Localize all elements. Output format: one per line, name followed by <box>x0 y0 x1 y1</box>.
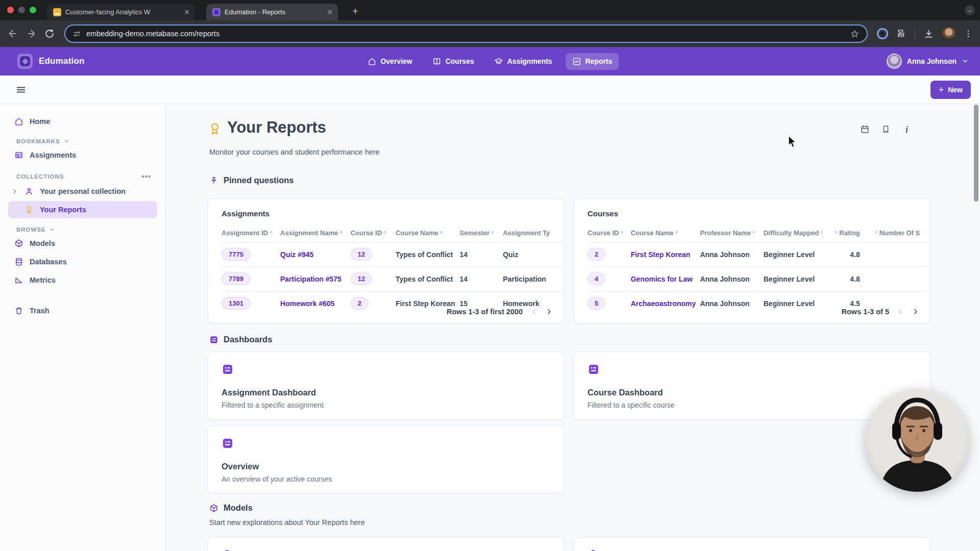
new-tab-button[interactable]: + <box>352 5 358 17</box>
next-page-icon[interactable] <box>912 308 920 316</box>
cube-icon <box>587 549 599 551</box>
medal-icon <box>208 121 222 136</box>
browser-menu-kebab-icon[interactable] <box>964 29 973 38</box>
user-menu[interactable]: Anna Johnson <box>887 54 969 69</box>
reload-icon[interactable] <box>44 28 55 39</box>
bookmark-icon[interactable] <box>881 124 891 134</box>
window-controls <box>7 7 36 13</box>
col-course-id[interactable]: Course ID^ <box>351 225 396 242</box>
models-subtitle: Start new explorations about Your Report… <box>209 518 365 527</box>
edumation-logo[interactable] <box>17 54 33 69</box>
col-assignment-type[interactable]: Assignment Ty <box>503 225 564 242</box>
sidebar-item-personal-collection[interactable]: Your personal collection <box>8 183 157 200</box>
id-pill[interactable]: 2 <box>587 248 605 261</box>
sidebar-toggle-hamburger-icon[interactable] <box>15 84 27 95</box>
back-icon[interactable] <box>7 28 18 39</box>
forward-icon[interactable] <box>26 28 37 39</box>
scrollbar-thumb[interactable] <box>974 105 978 202</box>
sidebar-item-home[interactable]: Home <box>8 113 157 130</box>
table-header-row: Course ID^ Course Name^ Professor Name^ … <box>587 225 930 242</box>
col-assignment-name[interactable]: Assignment Name^ <box>280 225 351 242</box>
id-pill[interactable]: 2 <box>351 297 369 310</box>
info-icon[interactable]: i <box>902 124 912 135</box>
col-difficulty-mapped[interactable]: Difficulty Mapped^ <box>764 225 829 242</box>
id-pill[interactable]: 12 <box>351 272 372 285</box>
tab-title: Customer-facing Analytics W <box>65 8 180 16</box>
sort-caret-icon: ^ <box>675 231 678 236</box>
sidebar-item-assignments[interactable]: Assignments <box>8 146 157 164</box>
dashboard-card-assignment[interactable]: Assignment Dashboard Filtered to a speci… <box>208 352 564 420</box>
col-professor-name[interactable]: Professor Name^ <box>700 225 763 242</box>
user-avatar <box>887 54 902 69</box>
tab-close-icon[interactable]: ✕ <box>327 9 333 16</box>
extensions-puzzle-icon[interactable] <box>896 29 906 39</box>
next-page-icon[interactable] <box>545 308 553 316</box>
course-link[interactable]: First Step Korean <box>631 251 691 259</box>
sidebar-item-your-reports[interactable]: Your Reports <box>8 201 157 218</box>
pin-icon <box>209 176 218 185</box>
col-assignment-id[interactable]: Assignment ID^ <box>222 225 280 242</box>
assignment-link[interactable]: Quiz #945 <box>280 251 313 259</box>
model-card-partial[interactable] <box>208 537 564 551</box>
cube-icon <box>209 504 218 513</box>
col-semester[interactable]: Semester^ <box>460 225 503 242</box>
downloads-icon[interactable] <box>923 29 934 39</box>
pinned-card-courses[interactable]: Courses Course ID^ Course Name^ Professo… <box>574 198 930 323</box>
id-pill[interactable]: 7789 <box>222 272 251 285</box>
id-pill[interactable]: 12 <box>351 248 372 261</box>
browser-tab-analytics[interactable]: Customer-facing Analytics W ✕ <box>47 4 195 20</box>
password-manager-icon[interactable] <box>877 28 888 39</box>
window-minimize-button[interactable] <box>18 7 25 13</box>
sidebar-group-bookmarks[interactable]: BOOKMARKS <box>16 138 151 144</box>
assignment-link[interactable]: Participation #575 <box>280 275 341 283</box>
calendar-icon[interactable] <box>860 124 870 134</box>
model-card-partial[interactable] <box>574 537 930 551</box>
sidebar-group-browse[interactable]: BROWSE <box>16 227 151 233</box>
nav-item-assignments[interactable]: Assignments <box>488 53 559 70</box>
id-pill[interactable]: 5 <box>587 297 605 310</box>
sidebar-item-trash[interactable]: Trash <box>8 302 157 319</box>
prev-page-icon[interactable] <box>896 308 904 316</box>
tab-close-icon[interactable]: ✕ <box>184 9 190 16</box>
browser-profile-avatar[interactable] <box>942 27 955 40</box>
new-button[interactable]: + New <box>930 81 971 99</box>
rows-label: Rows 1-3 of first 2000 <box>447 308 523 316</box>
col-course-name[interactable]: Course Name^ <box>631 225 700 242</box>
cell: Beginner Level <box>764 242 829 267</box>
nav-item-courses[interactable]: Courses <box>426 53 481 70</box>
pinned-card-assignments[interactable]: Assignments Assignment ID^ Assignment Na… <box>208 198 564 323</box>
cell: Beginner Level <box>764 267 829 291</box>
collections-ellipsis-icon[interactable]: ••• <box>141 172 151 181</box>
col-course-name[interactable]: Course Name^ <box>396 225 460 242</box>
cell: Anna Johnson <box>700 291 763 316</box>
sidebar-item-databases[interactable]: Databases <box>8 253 157 270</box>
col-number-of-students[interactable]: ^Number Of S <box>873 225 930 242</box>
window-close-button[interactable] <box>7 7 14 13</box>
col-rating[interactable]: ^Rating <box>829 225 873 242</box>
id-pill[interactable]: 4 <box>587 272 605 285</box>
medal-icon <box>24 205 34 214</box>
site-settings-icon[interactable] <box>72 30 81 38</box>
dashboard-card-overview[interactable]: Overview An overview of your active cour… <box>208 425 564 493</box>
bookmark-star-icon[interactable] <box>850 29 860 39</box>
address-bar[interactable]: embedding-demo.metabase.com/reports <box>64 24 868 43</box>
sort-caret-icon: ^ <box>440 231 443 236</box>
nav-item-reports[interactable]: Reports <box>566 53 619 70</box>
prev-page-icon[interactable] <box>530 308 538 316</box>
chevron-right-icon[interactable] <box>11 188 18 195</box>
id-pill[interactable]: 7775 <box>222 248 251 261</box>
course-link[interactable]: Genomics for Law <box>631 275 693 283</box>
assignment-link[interactable]: Homework #605 <box>280 299 335 308</box>
id-pill[interactable]: 1301 <box>222 297 251 310</box>
cell: 4.8 <box>829 267 873 291</box>
window-zoom-button[interactable] <box>30 7 36 13</box>
tab-search-icon[interactable]: ⌄ <box>965 5 975 15</box>
sidebar-item-models[interactable]: Models <box>8 235 157 252</box>
sidebar-group-collections[interactable]: COLLECTIONS ••• <box>16 172 151 181</box>
course-link[interactable]: Archaeoastronomy <box>631 299 696 308</box>
sidebar-item-metrics[interactable]: Metrics <box>8 271 157 289</box>
col-course-id[interactable]: Course ID^ <box>587 225 631 242</box>
nav-item-overview[interactable]: Overview <box>361 53 419 70</box>
collection-actions: i <box>860 124 912 135</box>
browser-tab-edumation[interactable]: Edumation - Reports ✕ <box>206 4 338 20</box>
